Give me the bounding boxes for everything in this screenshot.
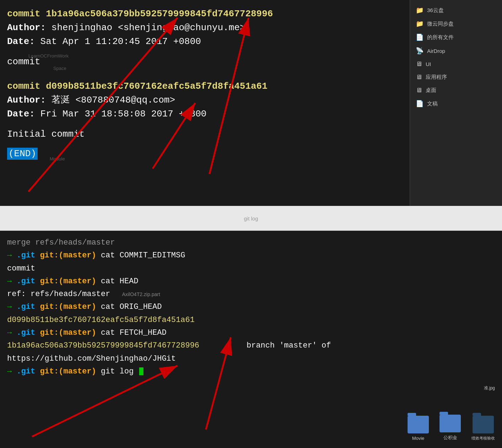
term-orig-hash: d099b8511be3fc7607162eafc5a5f7d8fa451a61 [7, 314, 495, 327]
terminal-bottom: merge refs/heads/master → .git git:(mast… [0, 231, 502, 448]
bottom-file-overlay: Movie 公积金 绩效考核验收 [408, 415, 495, 441]
monitor-icon-desktop: 🖥 [416, 87, 422, 94]
faded-label-space: Space [53, 66, 66, 71]
term-line-cat-head: → .git git:(master) cat HEAD [7, 275, 495, 288]
folder-icon-jixiao [473, 416, 494, 433]
partial-filename-label: 准.jpg [484, 385, 495, 391]
middle-divider: git log [0, 206, 502, 231]
folder-icon-gongjijin [440, 415, 461, 432]
term-plain-ref: ref: refs/heads/master AxilO4T2.zip.part [7, 288, 495, 301]
folder-icon-weiyun: 📁 [416, 20, 424, 28]
sidebar-item-docs[interactable]: 📄 文稿 [410, 97, 502, 110]
monitor-icon-ui: 🖥 [416, 60, 422, 68]
term-line-fetch-head: → .git git:(master) cat FETCH_HEAD [7, 327, 495, 339]
folder-icon-36yun: 📁 [416, 6, 424, 14]
faded-label-module: Module [50, 156, 65, 162]
file-icon-allfiles: 📄 [416, 33, 424, 41]
sidebar-item-apps[interactable]: 🖥 应用程序 [410, 71, 502, 84]
term-github-url: https://github.com/Shenjinghao/JHGit [7, 353, 495, 365]
term-line-git-log: → .git git:(master) git log [7, 365, 495, 378]
folder-item-jixiao: 绩效考核验收 [471, 416, 495, 441]
faded-label-learnocfromwork: LearnOCFromWork [28, 53, 69, 59]
term-line-commit-editmsg: → .git git:(master) cat COMMIT_EDITMSG [7, 249, 495, 262]
sidebar-item-allfiles[interactable]: 📄 的所有文件 [410, 31, 502, 44]
monitor-icon-apps: 🖥 [416, 73, 422, 81]
partial-merge-line: merge refs/heads/master [7, 236, 495, 249]
term-plain-commit: commit [7, 262, 495, 275]
git-log-label: git log [244, 215, 258, 222]
sidebar-item-36yun[interactable]: 📁 36云盘 [410, 4, 502, 17]
doc-icon-docs: 📄 [416, 100, 424, 108]
sidebar-item-ui[interactable]: 🖥 UI [410, 58, 502, 71]
folder-item-movie: Movie [408, 416, 429, 441]
sidebar-item-weiyun[interactable]: 📁 微云同步盘 [410, 17, 502, 31]
sidebar-item-desktop[interactable]: 🖥 桌面 [410, 84, 502, 97]
folder-icon-movie [408, 416, 429, 433]
sidebar-item-airdrop[interactable]: 📡 AirDrop [410, 44, 502, 58]
airdrop-icon: 📡 [416, 47, 424, 55]
term-fetch-hash-line: 1b1a96ac506a379bb592579999845fd746772899… [7, 339, 495, 352]
sidebar-overlay: 📁 36云盘 📁 微云同步盘 📄 的所有文件 📡 AirDrop 🖥 UI 🖥 … [410, 0, 502, 206]
term-line-orig-head: → .git git:(master) cat ORIG_HEAD [7, 301, 495, 313]
folder-item-gongjijin: 公积金 [440, 415, 461, 441]
terminal-top: commit 1b1a96ac506a379bb592579999845fd74… [0, 0, 502, 206]
